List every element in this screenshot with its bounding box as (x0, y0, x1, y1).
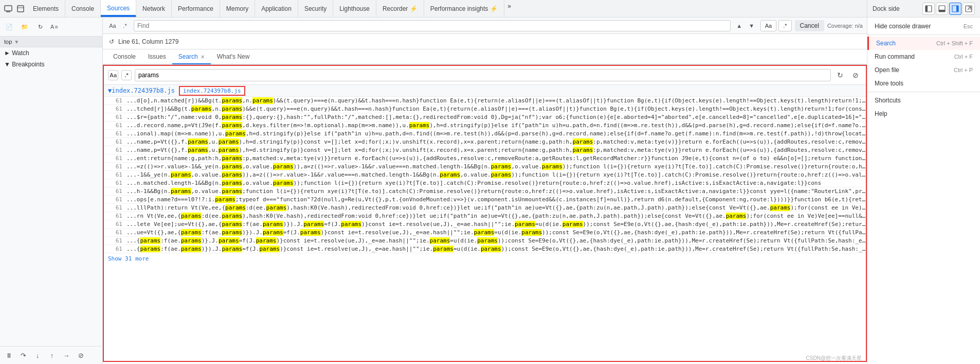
match-case-btn[interactable]: Aa (107, 20, 118, 31)
tab-perf-insights[interactable]: Performance insights ⚡ (424, 0, 504, 17)
tab-console[interactable]: Console (65, 0, 101, 17)
sync-btn[interactable]: ↻ (33, 20, 47, 34)
result-row[interactable]: 61 ...=z(()=>r.value>-1&&_ye(n.params,o.… (104, 163, 866, 171)
tab-sources[interactable]: Sources (101, 0, 136, 17)
menu-item-label: Help (875, 110, 887, 117)
result-row[interactable]: 61 ...lete Ve[ee];ue=Vt({},ae,{params:f(… (104, 220, 866, 229)
deactivate-btn[interactable]: ⊘ (74, 349, 87, 362)
result-row[interactable]: 61 ...n.matched.length-1&&Bg(n.params,o.… (104, 179, 866, 187)
tab-memory[interactable]: Memory (220, 0, 255, 17)
right-panel-menu: Hide console drawer Esc Search Ctrl + Sh… (867, 18, 980, 123)
result-row[interactable]: 61 ...rn Vt(Ve,ee,{params:d(ee.params),h… (104, 212, 866, 220)
dock-left-btn[interactable] (922, 3, 935, 15)
result-row[interactable]: 61 ...d.record.name,p=Vt(J9e(f.params,d.… (104, 122, 866, 130)
file-badge: index.724397b8.js (179, 86, 245, 96)
result-row[interactable]: 61 ...lllPath):return Vt(Ve,ee,{params:d… (104, 204, 866, 212)
result-row[interactable]: 61 ...$r={path:"/",name:void 0,params:{}… (104, 113, 866, 122)
open-file-item[interactable]: Open file Ctrl + P (867, 63, 980, 77)
svg-rect-9 (956, 6, 958, 12)
line-number: 61 (108, 97, 122, 104)
tab-elements[interactable]: Elements (27, 0, 65, 17)
search-item[interactable]: Search Ctrl + Shift + F (867, 37, 980, 50)
match-case-opt[interactable]: Aa (760, 20, 776, 31)
shortcuts-item[interactable]: Shortcuts (867, 94, 980, 107)
result-row[interactable]: 61 ...ional).map((m=>m.name)),u.params,h… (104, 130, 866, 138)
undock-btn[interactable] (963, 3, 975, 15)
file-header[interactable]: ▼index.724397b8.js index.724397b8.js (104, 85, 866, 97)
result-row[interactable]: 61 ...ue=Vt({},ae,{params:f(ae.params)})… (104, 229, 866, 237)
file-badge-container: index.724397b8.js (179, 88, 245, 94)
step-out-btn[interactable]: ↑ (45, 349, 59, 362)
frame-dropdown-icon[interactable]: ▼ (14, 39, 19, 45)
pause-btn[interactable]: ⏸ (2, 349, 15, 362)
find-next-btn[interactable]: ▼ (746, 20, 757, 31)
dock-bottom-btn[interactable] (936, 3, 948, 15)
show-more-btn[interactable]: Show 31 more (104, 253, 866, 264)
search-clear-btn[interactable]: ⊘ (849, 69, 862, 81)
breakpoints-label: ▼ Breakpoints (4, 61, 45, 68)
line-number: 61 (108, 106, 122, 112)
result-row[interactable]: 61 ...{params:f(ae.params)}.J.params=f(J… (104, 237, 866, 245)
run-command-item[interactable]: Run command Ctrl + F (867, 50, 980, 63)
step-over-btn[interactable]: ↷ (16, 349, 30, 362)
devtools-icon[interactable] (2, 3, 14, 15)
tab-recorder[interactable]: Recorder ⚡ (376, 0, 424, 17)
result-row[interactable]: 61 ...ops[e.name?d===l0?!?:i.params;type… (104, 196, 866, 204)
sub-tab-whats-new[interactable]: What's New (211, 50, 256, 64)
top-frame-selector[interactable]: top (4, 39, 12, 45)
new-folder-btn[interactable]: 📁 (17, 20, 32, 34)
find-prev-btn[interactable]: ▲ (734, 20, 745, 31)
line-number: 61 (108, 204, 122, 211)
result-code: ...ue=Vt({},ae,{params:f(ae.params)}).J.… (126, 229, 866, 236)
svg-rect-0 (5, 6, 12, 11)
find-cancel-btn[interactable]: Cancel (795, 20, 824, 31)
result-row[interactable]: 61 ...name,p=Vt({},f.params,u.params),h=… (104, 146, 866, 154)
tab-performance[interactable]: Performance (172, 0, 220, 17)
result-code: ...{params:f(ae.params)}.J.params=f(J.pa… (126, 237, 866, 244)
result-row[interactable]: 61 ...h-1&&Bg(n.params,o.value.params;fu… (104, 187, 866, 196)
find-input[interactable] (134, 20, 731, 31)
tab-network[interactable]: Network (136, 0, 172, 17)
line-number: 61 (108, 246, 122, 252)
search-refresh-btn[interactable]: ↻ (834, 69, 846, 81)
more-tools-item[interactable]: More tools (867, 77, 980, 90)
search-regex-btn[interactable]: .* (121, 70, 132, 80)
line-number: 61 (108, 180, 122, 186)
line-number: 61 (108, 221, 122, 228)
dock-right-btn[interactable] (949, 3, 961, 15)
sub-tab-search[interactable]: Search ✕ (172, 50, 211, 64)
tab-application[interactable]: Application (255, 0, 298, 17)
elements-icon[interactable] (14, 3, 27, 15)
result-row[interactable]: 61 ...-1&&_ye(n.params,o.value.params)),… (104, 171, 866, 179)
result-row[interactable]: 61 ...ent:return{name:g,path:h,params:p,… (104, 154, 866, 163)
line-number: 61 (108, 163, 122, 170)
continue-btn[interactable]: → (60, 349, 73, 362)
tab-security[interactable]: Security (298, 0, 333, 17)
more-tabs-btn[interactable]: » (504, 0, 515, 12)
result-code: ...tched[r])&&Bg(t.params,n.params)&&e(t… (126, 106, 866, 112)
result-row[interactable]: 61 ...name,p=Vt({},f.params,u.params),h=… (104, 138, 866, 146)
result-row[interactable]: 61 ...d[o],n.matched[r])&&Bg(t.params,n.… (104, 97, 866, 105)
line-number: 61 (108, 213, 122, 219)
result-code: ...{params:f(ae.params)}).J.params=f(J.p… (126, 246, 866, 252)
search-case-btn[interactable]: Aa (108, 70, 118, 80)
sub-tab-issues[interactable]: Issues (142, 50, 172, 64)
result-code: ...name,p=Vt({},f.params,u.params),h=d.s… (126, 147, 866, 153)
watch-section[interactable]: ► Watch (0, 47, 102, 59)
step-into-btn[interactable]: ↓ (31, 349, 44, 362)
breakpoints-section[interactable]: ▼ Breakpoints (0, 59, 102, 70)
menu-item-label: Open file (875, 66, 899, 74)
help-item[interactable]: Help (867, 107, 980, 120)
sub-tab-console[interactable]: Console (107, 50, 142, 64)
search-tab-close[interactable]: ✕ (201, 54, 205, 60)
result-row[interactable]: 61 ...tched[r])&&Bg(t.params,n.params)&&… (104, 105, 866, 113)
tab-lighthouse[interactable]: Lighthouse (333, 0, 376, 17)
result-row[interactable]: 61 ...{params:f(ae.params)}).J.params=f(… (104, 245, 866, 253)
go-to-line-icon[interactable]: ↺ (107, 37, 116, 46)
new-file-btn[interactable]: 📄 (2, 20, 16, 34)
menu-item-label: Shortcuts (875, 97, 901, 104)
search-input[interactable] (135, 69, 831, 81)
hide-console-drawer-item[interactable]: Hide console drawer Esc (867, 20, 980, 33)
regex-opt[interactable]: .* (778, 20, 791, 31)
regex-btn[interactable]: .* (119, 20, 131, 31)
